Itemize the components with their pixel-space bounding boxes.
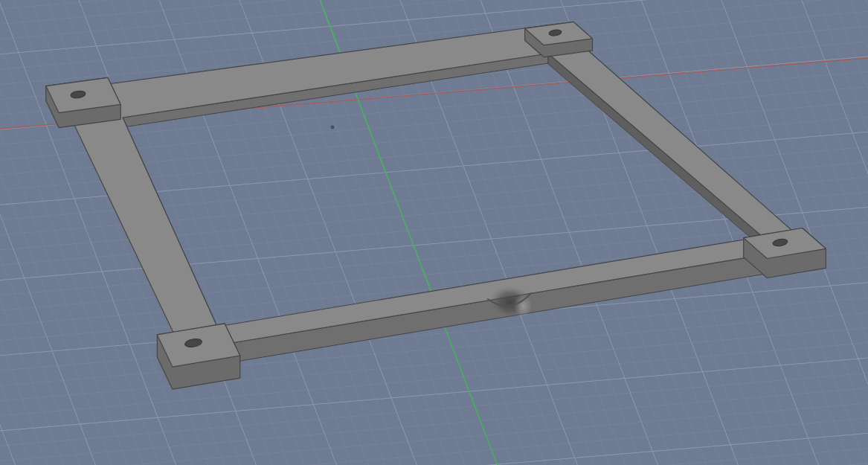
corner-block-top-left (46, 77, 120, 127)
cad-viewport[interactable] (0, 0, 868, 465)
origin-vertex-dot (331, 126, 335, 129)
corner-block-bottom-left (157, 324, 239, 389)
bottom-bar-notch-highlight (514, 294, 532, 318)
viewport-canvas[interactable] (0, 0, 868, 465)
